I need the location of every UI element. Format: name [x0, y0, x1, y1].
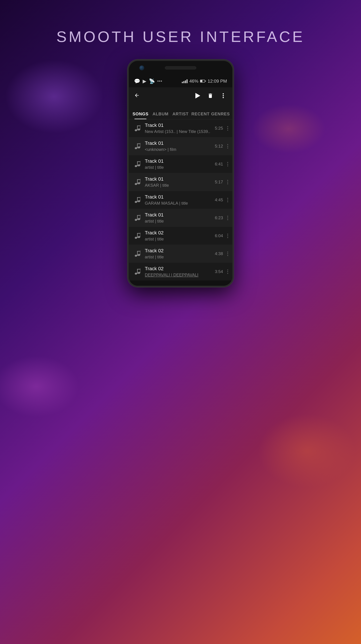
media-icon: ▶ — [143, 78, 146, 84]
svg-rect-40 — [137, 251, 138, 256]
svg-rect-42 — [137, 251, 140, 252]
phone-screen: 💬 ▶ 📡 ••• 46% 12:09 PM — [129, 75, 232, 280]
svg-rect-35 — [137, 233, 138, 238]
tab-genres[interactable]: GENRES — [211, 112, 231, 119]
track-item[interactable]: Track 02 DEEPPAVALI | DEEPPAVALI 3:54 — [129, 263, 232, 280]
track-context-menu-button[interactable] — [226, 232, 229, 240]
track-icon — [132, 213, 142, 223]
tab-album[interactable]: ALBUM — [150, 112, 170, 119]
track-context-menu-button[interactable] — [226, 178, 229, 186]
svg-rect-7 — [137, 126, 140, 126]
overflow-menu-button[interactable] — [218, 90, 229, 101]
track-list: Track 01 New Artist (153.. | New Title (… — [129, 119, 232, 280]
track-icon — [132, 141, 142, 151]
signal-indicator — [182, 79, 188, 83]
tab-recent[interactable]: RECENT — [191, 112, 211, 119]
track-name: Track 01 — [145, 158, 212, 164]
svg-point-44 — [137, 272, 140, 274]
track-info: Track 02 DEEPPAVALI | DEEPPAVALI — [142, 266, 215, 277]
svg-rect-5 — [137, 126, 138, 130]
status-bar: 💬 ▶ 📡 ••• 46% 12:09 PM — [129, 75, 232, 87]
track-item[interactable]: Track 01 AKSAR | title 5:17 — [129, 173, 232, 191]
track-context-menu-button[interactable] — [226, 143, 229, 150]
track-icon — [132, 177, 142, 187]
track-info: Track 02 artist | title — [142, 248, 215, 260]
svg-point-34 — [137, 236, 140, 238]
track-name: Track 02 — [145, 248, 212, 254]
track-item[interactable]: Track 01 artist | title 6:41 — [129, 155, 232, 173]
track-duration: 6:23 — [215, 216, 223, 220]
track-subtitle: artist | title — [145, 254, 212, 260]
svg-rect-15 — [137, 161, 138, 166]
track-context-menu-button[interactable] — [226, 196, 229, 204]
svg-point-2 — [223, 97, 224, 98]
track-icon — [132, 123, 142, 133]
track-info: Track 01 AKSAR | title — [142, 176, 215, 188]
phone-top-bezel — [129, 61, 232, 75]
svg-rect-37 — [137, 233, 140, 234]
track-context-menu-button[interactable] — [226, 160, 229, 168]
svg-point-39 — [137, 254, 140, 256]
track-icon — [132, 159, 142, 169]
svg-point-3 — [134, 129, 137, 132]
svg-point-1 — [223, 95, 224, 96]
track-item[interactable]: Track 01 artist | title 6:23 — [129, 209, 232, 227]
track-context-menu-button[interactable] — [226, 125, 229, 132]
track-item[interactable]: Track 01 New Artist (153.. | New Title (… — [129, 119, 232, 137]
svg-point-0 — [223, 93, 224, 94]
svg-rect-32 — [137, 215, 140, 216]
tab-artist[interactable]: ARTIST — [170, 112, 191, 119]
track-subtitle: artist | title — [145, 165, 212, 170]
navigation-tabs: SONGS ALBUM ARTIST RECENT GENRES — [129, 104, 232, 119]
track-context-menu-button[interactable] — [226, 268, 229, 275]
play-all-button[interactable] — [192, 90, 203, 101]
track-context-menu-button[interactable] — [226, 214, 229, 222]
track-icon — [132, 231, 142, 241]
track-info: Track 01 <unknown> | film — [142, 140, 215, 152]
track-name: Track 02 — [145, 230, 212, 236]
app-bar — [129, 87, 232, 104]
track-duration: 4:38 — [215, 251, 223, 256]
more-dots: ••• — [157, 79, 162, 83]
svg-rect-10 — [137, 144, 138, 148]
track-name: Track 01 — [145, 212, 212, 218]
track-duration: 6:04 — [215, 233, 223, 238]
tab-songs[interactable]: SONGS — [131, 112, 151, 119]
track-info: Track 02 artist | title — [142, 230, 215, 242]
track-item[interactable]: Track 02 artist | title 4:38 — [129, 245, 232, 263]
page-headline: SMOOTH USER INTERFACE — [57, 28, 304, 46]
phone-frame: 💬 ▶ 📡 ••• 46% 12:09 PM — [128, 60, 234, 287]
track-item[interactable]: Track 01 GARAM MASALA | title 4:45 — [129, 191, 232, 209]
track-subtitle: artist | title — [145, 237, 212, 242]
svg-point-33 — [134, 237, 137, 239]
track-context-menu-button[interactable] — [226, 250, 229, 257]
svg-point-43 — [134, 272, 137, 275]
svg-point-23 — [134, 201, 137, 203]
phone-bottom-bezel — [129, 280, 232, 286]
svg-rect-22 — [137, 179, 140, 180]
track-item[interactable]: Track 02 artist | title 6:04 — [129, 227, 232, 245]
track-subtitle: New Artist (153.. | New Title (1539.. — [145, 129, 212, 134]
svg-rect-12 — [137, 144, 140, 144]
track-duration: 5:12 — [215, 144, 223, 148]
cast-icon: 📡 — [149, 78, 155, 84]
svg-rect-30 — [137, 215, 138, 220]
svg-point-4 — [137, 128, 140, 131]
svg-rect-17 — [137, 161, 140, 162]
track-info: Track 01 artist | title — [142, 212, 215, 224]
svg-point-38 — [134, 254, 137, 257]
track-name: Track 01 — [145, 194, 212, 200]
track-duration: 6:41 — [215, 162, 223, 166]
status-bar-right: 46% 12:09 PM — [182, 78, 227, 84]
svg-rect-20 — [137, 179, 138, 184]
battery-percent: 46% — [189, 78, 198, 84]
svg-point-29 — [137, 218, 140, 220]
track-item[interactable]: Track 01 <unknown> | film 5:12 — [129, 137, 232, 155]
track-name: Track 01 — [145, 176, 212, 182]
track-subtitle: artist | title — [145, 219, 212, 224]
track-subtitle: GARAM MASALA | title — [145, 201, 212, 206]
status-bar-left: 💬 ▶ 📡 ••• — [134, 78, 162, 84]
back-button[interactable] — [132, 90, 141, 102]
svg-rect-45 — [137, 269, 138, 274]
delete-button[interactable] — [205, 90, 216, 101]
